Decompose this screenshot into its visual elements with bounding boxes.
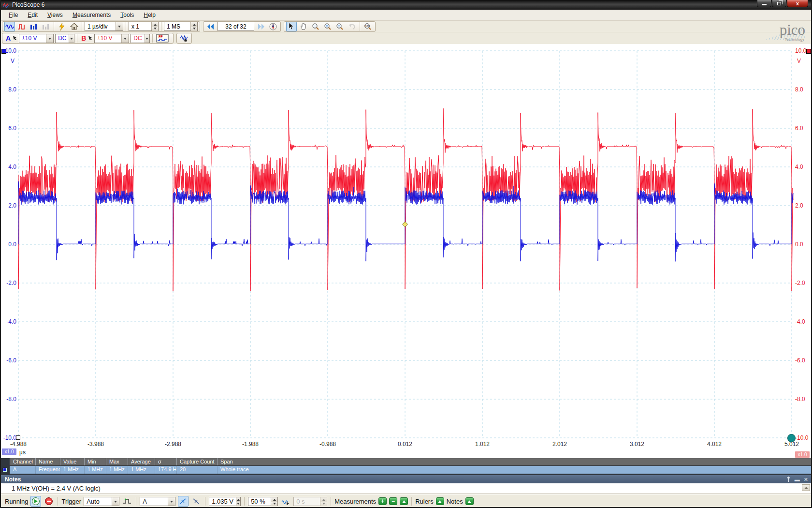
math-channels-icon[interactable]: [179, 33, 189, 43]
previous-buffer-button[interactable]: [205, 22, 216, 31]
close-panel-icon[interactable]: ✕: [804, 477, 808, 482]
spin-up-icon[interactable]: [271, 497, 277, 502]
undo-zoom-button[interactable]: [347, 22, 357, 31]
column-header[interactable]: Span: [217, 458, 812, 465]
notes-panel-title: Notes: [5, 476, 21, 483]
axis-offset-handle[interactable]: [787, 434, 796, 442]
spin-down-icon[interactable]: [191, 27, 197, 31]
table-row[interactable]: AFrequency1 MHz1 MHz1 MHz1 MHz174.9 Hz20…: [0, 466, 812, 474]
scroll-up-icon[interactable]: [802, 484, 810, 491]
buffer-position-field[interactable]: 32 of 32: [218, 22, 254, 31]
y-axis-label-right: 2.0: [795, 202, 811, 209]
channel-b-coupling-select[interactable]: DC: [130, 34, 150, 43]
menu-edit[interactable]: Edit: [23, 10, 43, 20]
buffer-overview-icon[interactable]: [268, 22, 278, 31]
column-header[interactable]: σ: [155, 458, 176, 465]
column-header[interactable]: Average: [128, 458, 155, 465]
probe-b-icon[interactable]: [88, 35, 93, 42]
spin-down-icon[interactable]: [236, 502, 240, 506]
y-axis-label-right: -10.0: [795, 434, 811, 441]
start-capture-button[interactable]: [30, 496, 41, 507]
scope-view-button[interactable]: [4, 22, 15, 31]
row-gutter: [0, 458, 10, 465]
column-header[interactable]: Max: [106, 458, 128, 465]
sample-count-stepper[interactable]: 1 MS: [164, 22, 198, 31]
x-axis-zoom-badge-right[interactable]: x1.0: [795, 451, 810, 458]
close-button[interactable]: x: [787, 0, 808, 7]
column-header[interactable]: Min: [84, 458, 106, 465]
chevron-down-icon[interactable]: [116, 22, 123, 30]
zoom-full-tool[interactable]: 100: [362, 22, 373, 31]
chevron-down-icon[interactable]: [46, 34, 53, 43]
trigger-source-select[interactable]: A: [140, 497, 175, 506]
notes-panel-toggle[interactable]: [465, 497, 474, 505]
advanced-trigger-icon[interactable]: [122, 496, 132, 507]
zoom-in-tool[interactable]: [322, 22, 333, 31]
column-header[interactable]: Capture Count: [176, 458, 217, 465]
chevron-down-icon[interactable]: [145, 34, 150, 43]
spectrum-view-button[interactable]: [29, 22, 39, 31]
minimize-panel-icon[interactable]: ▬: [795, 477, 800, 482]
zoom-factor-stepper[interactable]: x 1: [129, 22, 159, 31]
next-buffer-button[interactable]: [256, 22, 266, 31]
spin-up-icon[interactable]: [152, 22, 158, 27]
pin-icon[interactable]: [786, 477, 791, 482]
trigger-marker[interactable]: [403, 222, 408, 227]
hand-tool[interactable]: [298, 22, 309, 31]
rising-edge-button[interactable]: [178, 496, 188, 507]
spin-down-icon[interactable]: [152, 27, 158, 31]
column-header[interactable]: Value: [60, 458, 84, 465]
menu-measurements[interactable]: Measurements: [68, 10, 116, 20]
menu-tools[interactable]: Tools: [116, 10, 139, 20]
waveform-plot[interactable]: [0, 44, 812, 458]
probe-a-icon[interactable]: [13, 35, 17, 42]
channel-a-coupling-select[interactable]: DC: [55, 34, 74, 43]
xy-view-button[interactable]: [16, 22, 27, 31]
home-button[interactable]: [69, 22, 79, 31]
channel-a-range-select[interactable]: ±10 V: [19, 34, 54, 43]
channel-a-axis-marker[interactable]: [1, 49, 6, 54]
time-offset-icon[interactable]: [280, 496, 291, 507]
menu-file[interactable]: File: [4, 10, 23, 20]
chevron-down-icon[interactable]: [121, 34, 129, 43]
spin-up-icon[interactable]: [191, 22, 197, 27]
notes-panel-header[interactable]: Notes ▬ ✕: [0, 475, 812, 483]
x-axis-zoom-badge-left[interactable]: x1.0: [2, 448, 16, 455]
notes-content[interactable]: 1 MHz V(OH) = 2.4 V (AC logic): [0, 483, 812, 494]
marquee-zoom-tool[interactable]: [310, 22, 321, 31]
scope-view[interactable]: 10.010.08.08.06.06.04.04.02.02.00.00.0-2…: [0, 44, 812, 458]
persistence-mode-button[interactable]: [41, 22, 51, 31]
chevron-down-icon[interactable]: [69, 34, 74, 43]
falling-edge-button[interactable]: [191, 496, 202, 507]
normal-selection-tool[interactable]: [286, 22, 297, 31]
restore-button[interactable]: [772, 0, 786, 7]
add-measurement-button[interactable]: +: [378, 497, 387, 505]
chevron-down-icon[interactable]: [112, 497, 119, 506]
digital-inputs-icon[interactable]: FF: [155, 33, 170, 43]
remove-measurement-button[interactable]: −: [389, 497, 397, 505]
chevron-down-icon[interactable]: [168, 497, 175, 506]
auto-setup-icon[interactable]: [57, 22, 67, 31]
spin-down-icon[interactable]: [271, 502, 277, 506]
measurements-panel-toggle[interactable]: [400, 497, 408, 505]
timebase-select[interactable]: 1 µs/div: [85, 22, 123, 31]
x-axis-label: 0.012: [388, 441, 422, 448]
menu-views[interactable]: Views: [43, 10, 68, 20]
menu-help[interactable]: Help: [139, 10, 160, 20]
trigger-level-stepper[interactable]: 1.035 V: [209, 497, 241, 506]
stop-capture-button[interactable]: [44, 496, 54, 507]
spin-up-icon[interactable]: [236, 497, 240, 502]
trigger-mode-select[interactable]: Auto: [84, 497, 119, 506]
rulers-panel-toggle[interactable]: [436, 497, 444, 505]
zoom-out-tool[interactable]: [334, 22, 345, 31]
channel-b-range-select[interactable]: ±10 V: [94, 34, 129, 43]
title-bar[interactable]: PicoScope 6 x: [0, 0, 812, 10]
x-axis-label: -4.988: [1, 441, 35, 448]
pre-trigger-stepper[interactable]: 50 %: [248, 497, 278, 506]
column-header[interactable]: Channel: [10, 458, 35, 465]
minimize-button[interactable]: [757, 0, 771, 7]
y-axis-label-right: 4.0: [795, 164, 811, 170]
column-header[interactable]: Name: [35, 458, 60, 465]
channel-b-axis-marker[interactable]: [806, 49, 811, 54]
axis-scale-handle[interactable]: [16, 435, 20, 440]
